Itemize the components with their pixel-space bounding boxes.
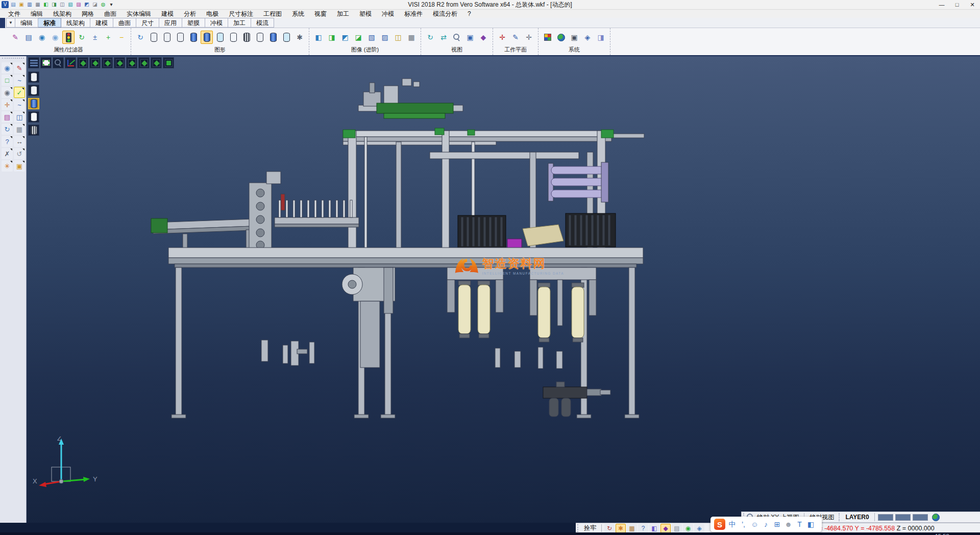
toggle-visibility-icon[interactable]: ± <box>89 31 101 44</box>
textured-icon[interactable] <box>240 31 253 44</box>
shade-options-icon[interactable]: ✱ <box>293 31 306 44</box>
render-wireframe-icon[interactable] <box>28 71 39 83</box>
menu-item[interactable]: 视窗 <box>309 10 332 18</box>
menu-item[interactable]: 标准件 <box>399 10 428 18</box>
layer-color-swatch[interactable] <box>878 514 893 521</box>
solid-preview-icon[interactable]: ▦ <box>14 124 25 135</box>
workplane-align-icon[interactable]: ✛ <box>523 31 535 44</box>
view-front-icon[interactable] <box>102 57 113 68</box>
status-grip[interactable] <box>839 513 841 521</box>
menu-item[interactable]: 加工 <box>332 10 354 18</box>
view-zoom-icon[interactable] <box>451 31 463 44</box>
highlight-model-icon[interactable]: ◫ <box>392 31 404 44</box>
system-snapshot-icon[interactable]: ▣ <box>568 31 580 44</box>
menu-item[interactable]: 网格 <box>77 10 99 18</box>
open-image-icon[interactable]: ▣ <box>14 160 25 172</box>
shade-selected-icon[interactable] <box>254 31 266 44</box>
system-cad-link-icon[interactable]: ◨ <box>595 31 607 44</box>
view-top-icon[interactable] <box>89 57 101 68</box>
status-snap-icon[interactable]: ◉ <box>683 524 693 533</box>
menu-item[interactable]: 冲模 <box>377 10 399 18</box>
examine-icon[interactable]: ◉ <box>2 62 13 74</box>
menu-item[interactable]: 建模 <box>156 10 179 18</box>
image-capture-icon[interactable]: ◨ <box>51 1 58 8</box>
wireframe-icon[interactable] <box>148 31 160 44</box>
ime-punct-icon[interactable]: ’, <box>739 521 748 528</box>
delete-icon[interactable]: ✗ <box>2 148 13 159</box>
app-logo-icon[interactable]: V <box>2 1 9 8</box>
preview-icon[interactable]: ◧ <box>42 1 50 8</box>
ime-voice-icon[interactable]: ♪ <box>762 521 770 528</box>
materials-icon[interactable]: ◍ <box>100 1 107 8</box>
render-hidden-icon[interactable] <box>28 85 39 96</box>
dashed-hidden-icon[interactable] <box>174 31 186 44</box>
ime-toolbox-icon[interactable]: ◧ <box>806 521 815 528</box>
workspace-tab[interactable]: 应用 <box>159 18 182 28</box>
menu-item[interactable]: 电极 <box>201 10 224 18</box>
color-grid-icon[interactable] <box>542 31 554 44</box>
tab-dropdown-icon[interactable]: ▼ <box>6 18 15 28</box>
ime-skin-icon[interactable]: T <box>795 521 804 528</box>
menu-item[interactable]: 分析 <box>179 10 201 18</box>
render-textured-icon[interactable] <box>28 125 39 136</box>
status-prism-icon[interactable]: ◆ <box>660 524 671 533</box>
attributes-panel-icon[interactable]: ▤ <box>2 111 13 123</box>
workspace-tab[interactable]: 冲模 <box>205 18 228 28</box>
ghost-part-icon[interactable]: ▨ <box>379 31 391 44</box>
zoom-window-icon[interactable] <box>53 57 64 68</box>
workspace-tab[interactable]: 曲面 <box>113 18 136 28</box>
window-layout-icon[interactable]: ◫ <box>14 111 25 123</box>
machine-model[interactable] <box>27 56 980 523</box>
remove-from-view-icon[interactable]: − <box>115 31 128 44</box>
status-grid-icon[interactable]: ◈ <box>694 524 704 533</box>
confirm-icon[interactable]: ✓ <box>14 87 25 98</box>
refresh-visibility-icon[interactable]: ↻ <box>76 31 88 44</box>
viewport-canvas[interactable]: 智造资料网 INTELLIGENT MANUFACTURING DATA Z X… <box>27 56 980 523</box>
workspace-tab[interactable]: 建模 <box>90 18 113 28</box>
status-history-icon[interactable]: ↻ <box>604 524 615 533</box>
hidden-line-icon[interactable] <box>161 31 173 44</box>
navigate-wheel-icon[interactable]: ✳ <box>2 160 13 172</box>
view-swap-icon[interactable]: ⇄ <box>437 31 450 44</box>
status-blocks-icon[interactable]: ▦ <box>627 524 637 533</box>
layer-color-swatch[interactable] <box>895 514 911 521</box>
screenshot-icon[interactable]: ▨ <box>75 1 82 8</box>
status-wand-icon[interactable]: ✱ <box>616 524 626 533</box>
system-grid-icon[interactable]: ◈ <box>581 31 594 44</box>
dynamic-orient-icon[interactable]: ✛ <box>2 99 13 110</box>
view-left-icon[interactable] <box>126 57 137 68</box>
show-entities-icon[interactable]: ◉ <box>36 31 48 44</box>
ghost-assembly-icon[interactable]: ▧ <box>365 31 378 44</box>
delete-sketch-icon[interactable]: ✎ <box>14 62 25 74</box>
active-layer[interactable]: LAYER0 <box>842 514 872 521</box>
open-file-icon[interactable]: ▣ <box>18 1 25 8</box>
panel-grip[interactable] <box>2 58 24 60</box>
model-compare-icon[interactable]: ▦ <box>405 31 418 44</box>
menu-item[interactable]: 线架构 <box>48 10 77 18</box>
translucent-icon[interactable] <box>214 31 226 44</box>
attribute-paint-icon[interactable]: ✎ <box>9 31 21 44</box>
globe-icon[interactable] <box>932 514 940 521</box>
menu-item[interactable]: 曲面 <box>99 10 121 18</box>
menu-item[interactable]: ? <box>462 10 476 17</box>
shaded-edges-icon[interactable] <box>201 31 213 44</box>
advanced-wire-icon[interactable]: ◨ <box>326 31 338 44</box>
advanced-shade-icon[interactable]: ◧ <box>312 31 325 44</box>
minimize-button[interactable]: — <box>934 0 949 10</box>
view-back-icon[interactable] <box>114 57 125 68</box>
workplane-edit-icon[interactable]: ✎ <box>509 31 522 44</box>
system-globe-icon[interactable] <box>555 31 567 44</box>
hide-entities-icon[interactable]: ◉ <box>49 31 61 44</box>
menu-item[interactable]: 系统 <box>287 10 309 18</box>
ime-emoji-icon[interactable]: ☺ <box>750 521 759 528</box>
view-shaded-icon[interactable] <box>163 57 174 68</box>
workplane-create-icon[interactable]: ✛ <box>496 31 508 44</box>
add-to-view-icon[interactable]: + <box>102 31 114 44</box>
view-camera-icon[interactable]: ▣ <box>464 31 476 44</box>
save-icon[interactable]: ▥ <box>26 1 33 8</box>
menu-item[interactable]: 尺寸标注 <box>224 10 258 18</box>
render-shaded-icon[interactable] <box>28 98 39 109</box>
menu-item[interactable]: 编辑 <box>26 10 48 18</box>
flat-shaded-icon[interactable] <box>227 31 239 44</box>
menu-item[interactable]: 工程图 <box>258 10 287 18</box>
